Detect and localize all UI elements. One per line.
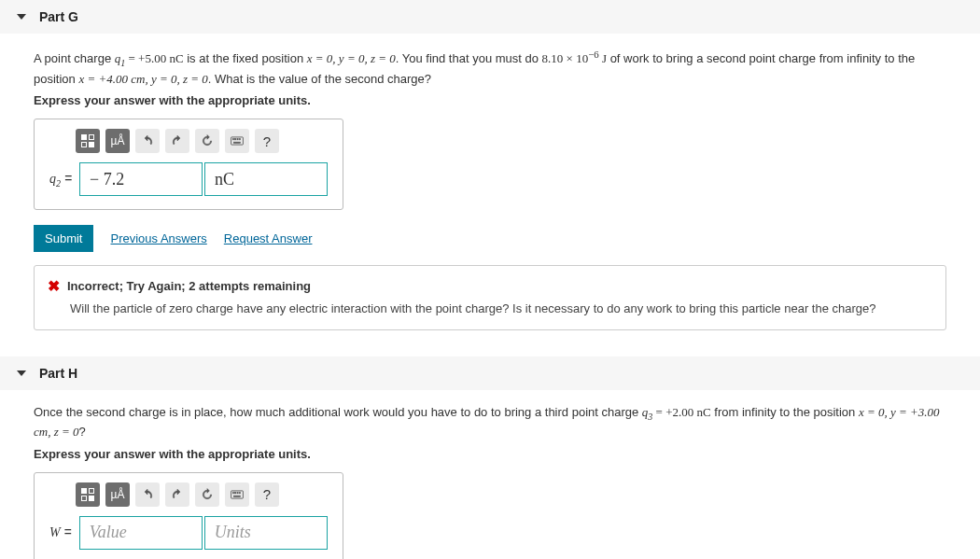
- help-button[interactable]: ?: [255, 482, 279, 507]
- keyboard-button[interactable]: [225, 129, 249, 153]
- redo-button[interactable]: [165, 482, 189, 507]
- svg-rect-1: [232, 139, 233, 140]
- part-h: Part H Once the second charge is in plac…: [0, 356, 980, 559]
- question-prompt: Once the second charge is in place, how …: [34, 403, 946, 441]
- keyboard-button[interactable]: [225, 482, 249, 507]
- reset-icon: [201, 488, 214, 501]
- svg-rect-3: [237, 139, 238, 140]
- svg-rect-10: [239, 492, 240, 493]
- svg-rect-4: [239, 139, 240, 140]
- value-input[interactable]: − 7.2: [79, 162, 203, 196]
- keyboard-icon: [231, 488, 244, 501]
- collapse-caret-icon: [17, 14, 26, 20]
- part-header[interactable]: Part G: [0, 0, 980, 34]
- part-title: Part H: [39, 366, 77, 381]
- request-answer-link[interactable]: Request Answer: [224, 231, 313, 245]
- undo-icon: [141, 134, 154, 147]
- svg-rect-9: [237, 492, 238, 493]
- feedback-box: ✖ Incorrect; Try Again; 2 attempts remai…: [34, 265, 946, 329]
- units-button[interactable]: µÅ: [105, 129, 130, 153]
- svg-rect-11: [234, 496, 241, 496]
- collapse-caret-icon: [17, 370, 26, 376]
- question-prompt: A point charge q1 = +5.00 nC is at the f…: [34, 47, 946, 88]
- undo-button[interactable]: [135, 482, 160, 507]
- button-row: Submit Previous Answers Request Answer: [34, 225, 946, 252]
- part-title: Part G: [39, 9, 78, 24]
- svg-rect-7: [232, 492, 233, 493]
- answer-variable: q2 =: [49, 171, 72, 189]
- svg-rect-2: [235, 139, 236, 140]
- templates-button[interactable]: [76, 482, 100, 507]
- answer-variable: W =: [49, 524, 72, 540]
- keyboard-icon: [231, 134, 244, 147]
- undo-icon: [141, 488, 154, 501]
- undo-button[interactable]: [135, 129, 160, 153]
- answer-instruction: Express your answer with the appropriate…: [34, 447, 946, 461]
- answer-box: µÅ ? q2 = − 7.2: [34, 119, 343, 210]
- answer-instruction: Express your answer with the appropriate…: [34, 93, 946, 107]
- part-body: Once the second charge is in place, how …: [0, 390, 980, 559]
- submit-button[interactable]: Submit: [34, 225, 93, 252]
- part-g: Part G A point charge q1 = +5.00 nC is a…: [0, 0, 980, 338]
- units-input[interactable]: nC: [204, 162, 328, 196]
- reset-icon: [201, 134, 214, 147]
- incorrect-icon: ✖: [48, 277, 60, 295]
- units-input[interactable]: Units: [204, 516, 328, 550]
- units-button[interactable]: µÅ: [105, 482, 130, 507]
- templates-button[interactable]: [76, 129, 100, 153]
- svg-rect-0: [231, 137, 244, 145]
- value-input[interactable]: Value: [79, 516, 203, 550]
- reset-button[interactable]: [195, 482, 219, 507]
- answer-toolbar: µÅ ?: [76, 482, 328, 507]
- answer-box: µÅ ? W = Value: [34, 472, 343, 559]
- previous-answers-link[interactable]: Previous Answers: [110, 231, 206, 245]
- feedback-title: Incorrect; Try Again; 2 attempts remaini…: [67, 279, 311, 293]
- svg-rect-6: [231, 491, 244, 498]
- part-body: A point charge q1 = +5.00 nC is at the f…: [0, 34, 980, 338]
- reset-button[interactable]: [195, 129, 219, 153]
- part-header[interactable]: Part H: [0, 356, 980, 390]
- feedback-message: Will the particle of zero charge have an…: [70, 300, 932, 317]
- redo-button[interactable]: [165, 129, 189, 153]
- help-button[interactable]: ?: [255, 129, 279, 153]
- redo-icon: [171, 488, 184, 501]
- svg-rect-8: [235, 492, 236, 493]
- answer-toolbar: µÅ ?: [76, 129, 328, 153]
- redo-icon: [171, 134, 184, 147]
- svg-rect-5: [234, 143, 241, 144]
